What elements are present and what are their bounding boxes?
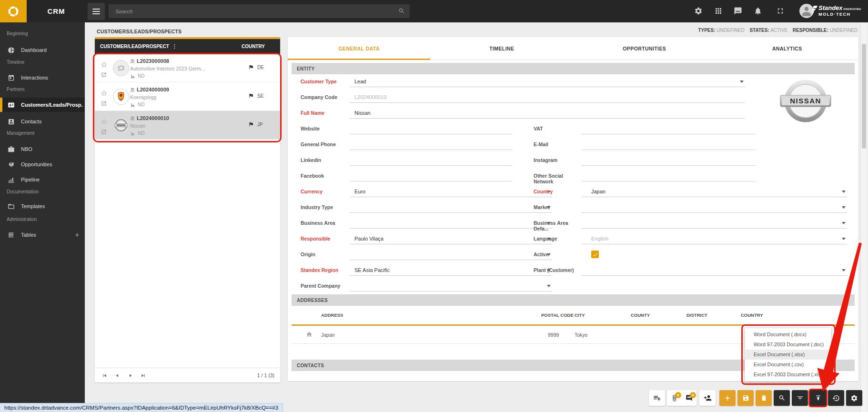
sidebar-item-tables[interactable]: Tables +: [0, 228, 85, 242]
active-checkbox[interactable]: [591, 251, 599, 258]
search-input[interactable]: [109, 4, 410, 18]
assign-person-button[interactable]: [699, 390, 716, 406]
open-record-icon[interactable]: [101, 72, 107, 78]
comments-button[interactable]: 0: [686, 394, 693, 402]
tab-opportunities[interactable]: OPPORTUNITIES: [573, 37, 716, 60]
user-avatar[interactable]: [799, 4, 814, 18]
top-bar: CRM: [0, 0, 868, 22]
sidebar-item-customers-leads-prospects[interactable]: Customers/Leads/Prosp.: [0, 98, 85, 112]
toolbar-settings-button[interactable]: [846, 390, 862, 406]
tab-timeline[interactable]: TIMELINE: [431, 37, 574, 60]
chevron-down-icon: [547, 285, 551, 287]
customer-type-select[interactable]: Lead: [350, 76, 745, 87]
general-phone-field[interactable]: [350, 139, 512, 150]
open-record-icon[interactable]: [101, 129, 107, 135]
export-upload-button[interactable]: [810, 390, 826, 406]
parent-company-select[interactable]: [350, 280, 552, 291]
crm-application-window: CRM: [0, 0, 868, 412]
list-item[interactable]: L2024000009 Koenigsegg ND SE: [95, 82, 280, 111]
sidebar-section-administration: Administration: [7, 217, 78, 224]
facebook-field[interactable]: [350, 170, 512, 181]
app-logo[interactable]: [0, 0, 27, 22]
sidebar-item-interactions[interactable]: Interactions: [0, 70, 85, 85]
search-records-button[interactable]: [774, 390, 790, 406]
favorite-star-icon[interactable]: [101, 61, 108, 68]
fullscreen-icon[interactable]: [776, 7, 785, 15]
sidebar-item-templates[interactable]: Templates: [0, 199, 85, 213]
menu-toggle-button[interactable]: [88, 3, 105, 20]
apps-grid-icon[interactable]: [714, 7, 723, 15]
sidebar-item-label: Pipeline: [21, 177, 40, 182]
person-icon: [800, 5, 813, 17]
responsible-select[interactable]: Paulo Vilaça: [350, 233, 552, 244]
add-table-button[interactable]: +: [75, 231, 79, 239]
full-name-field[interactable]: Nissan: [350, 107, 745, 119]
currency-select[interactable]: Euro: [350, 186, 552, 197]
sidebar-item-dashboard[interactable]: Dashboard: [0, 43, 85, 57]
record-code: L2023000008: [137, 58, 169, 64]
previous-page-icon[interactable]: [114, 372, 121, 379]
add-to-list-button[interactable]: [649, 390, 665, 406]
factory-icon: [130, 131, 135, 136]
email-field[interactable]: [582, 139, 755, 150]
plant-customer-select[interactable]: [582, 264, 847, 276]
origin-select[interactable]: [350, 249, 552, 260]
industry-type-select[interactable]: [350, 201, 552, 213]
sidebar-item-opportunities[interactable]: Opportunities: [0, 157, 85, 171]
vertical-scrollbar[interactable]: [860, 22, 867, 412]
open-record-icon[interactable]: [101, 100, 107, 106]
list-item-selected[interactable]: NISSAN L2024000010 Nissan ND JP: [95, 111, 280, 140]
sidebar-item-pipeline[interactable]: Pipeline: [0, 172, 85, 187]
chat-icon[interactable]: [734, 7, 742, 15]
tab-general-data[interactable]: GENERAL DATA: [288, 37, 431, 60]
search-icon[interactable]: [398, 8, 405, 14]
list-item[interactable]: L2023000008 Automotive Interiors 2023 Ge…: [95, 54, 280, 82]
business-area-select[interactable]: [350, 217, 552, 229]
menu-item-word-docx[interactable]: Word Document (.docx): [745, 330, 831, 340]
scrollbar-thumb[interactable]: [862, 44, 866, 149]
last-page-icon[interactable]: [140, 372, 146, 379]
record-nd: ND: [138, 131, 144, 136]
nissan-emblem-avatar: NISSAN: [113, 117, 129, 133]
attachments-button[interactable]: 0: [671, 394, 678, 402]
history-button[interactable]: [828, 390, 844, 406]
column-header-customer[interactable]: CUSTOMER/LEAD/PROSPECT: [100, 44, 169, 49]
menu-item-excel-csv[interactable]: Excel Document (.csv): [745, 360, 831, 370]
delete-button[interactable]: [756, 390, 772, 406]
field-label-business-area-default: Business Area Defa...: [534, 220, 584, 231]
first-page-icon[interactable]: [101, 372, 108, 379]
tab-analytics[interactable]: ANALYTICS: [716, 37, 859, 60]
language-select[interactable]: English: [582, 233, 847, 244]
company-code-field[interactable]: L2024000010: [350, 91, 745, 103]
sidebar-item-nbo[interactable]: NBO: [0, 142, 85, 156]
responsible-label: RESPONSIBLE:: [793, 28, 828, 33]
market-select[interactable]: [582, 201, 847, 213]
menu-item-excel-xlsx[interactable]: Excel Document (.xlsx): [745, 350, 831, 360]
column-header-country[interactable]: COUNTRY: [242, 44, 265, 49]
other-social-network-field[interactable]: [582, 170, 755, 181]
column-menu-icon[interactable]: ⋮: [172, 43, 177, 50]
save-button[interactable]: [737, 390, 754, 406]
settings-icon[interactable]: [694, 7, 703, 15]
next-page-icon[interactable]: [127, 372, 133, 379]
linkedin-field[interactable]: [350, 154, 512, 166]
app-title: CRM: [27, 0, 86, 22]
favorite-star-icon[interactable]: [101, 90, 108, 97]
sidebar-item-label: Dashboard: [21, 47, 47, 53]
filter-button[interactable]: [792, 390, 808, 406]
menu-item-word-doc[interactable]: Word 97-2003 Document (.doc): [745, 340, 831, 350]
sidebar-section-beginning: Beginning: [7, 31, 78, 39]
vat-field[interactable]: [582, 123, 755, 134]
standex-region-select[interactable]: SE Asia Pacific: [350, 264, 552, 276]
add-record-button[interactable]: [719, 390, 736, 406]
sidebar-section-partners: Partners: [7, 87, 78, 94]
notifications-bell-icon[interactable]: [754, 7, 762, 15]
sidebar-item-contacts[interactable]: Contacts: [0, 114, 85, 129]
menu-item-excel-xls[interactable]: Excel 97-2003 Document (.xls): [745, 370, 831, 380]
country-select[interactable]: Japan: [582, 186, 847, 197]
delete-row-icon[interactable]: ✕: [834, 330, 840, 339]
website-field[interactable]: [350, 123, 512, 134]
instagram-field[interactable]: [582, 154, 755, 166]
business-area-default-select[interactable]: [582, 217, 847, 229]
favorite-star-icon[interactable]: [101, 118, 108, 125]
